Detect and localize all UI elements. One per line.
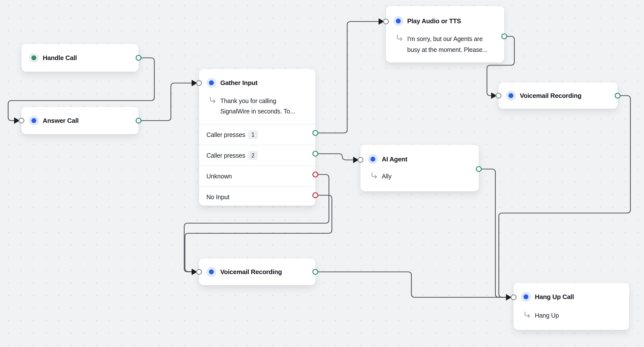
edge-press2-to-ai-agent[interactable] [318, 154, 353, 160]
output-port-ai-agent[interactable] [476, 167, 481, 172]
action-node-dot-icon [524, 294, 528, 299]
prompt-text: I'm sorry, but our Agents arebusy at the… [407, 33, 488, 55]
node-type-halo [368, 154, 378, 164]
node-voicemail-recording-right[interactable]: Voicemail Recording [498, 83, 618, 109]
input-port-gather-input[interactable] [196, 81, 202, 86]
start-node-dot-icon [31, 55, 36, 60]
node-title: Answer Call [43, 117, 79, 125]
output-row-caller-presses-2[interactable]: Caller presses2 [199, 145, 315, 166]
action-node-dot-icon [508, 93, 513, 98]
output-row-caller-presses-1[interactable]: Caller presses1 [199, 125, 315, 145]
node-play-audio-tts[interactable]: Play Audio or TTS I'm sorry, but our Age… [386, 6, 504, 63]
dtmf-badge: 1 [248, 130, 258, 139]
prompt-arrow-icon [396, 34, 403, 42]
node-type-halo [29, 116, 39, 126]
output-port-no-input[interactable] [313, 193, 318, 198]
node-hang-up-call[interactable]: Hang Up Call Hang Up [514, 283, 629, 330]
dtmf-badge: 2 [248, 151, 258, 160]
node-title: Hang Up Call [535, 293, 574, 301]
edge-voicemail-bottom-to-hangup[interactable] [318, 272, 506, 297]
input-port-voicemail-bottom[interactable] [196, 269, 202, 274]
hangup-action-text: Hang Up [535, 310, 559, 320]
action-node-dot-icon [396, 19, 401, 24]
output-port-handle-call[interactable] [136, 55, 141, 60]
prompt-arrow-icon [370, 172, 378, 179]
edge-ai-agent-to-hangup[interactable] [481, 169, 506, 297]
node-title: Play Audio or TTS [407, 17, 461, 25]
output-port-voicemail-right[interactable] [615, 93, 620, 98]
output-port-caller-presses-2[interactable] [313, 151, 318, 156]
output-row-unknown[interactable]: Unknown [199, 166, 315, 186]
node-title: Voicemail Recording [220, 268, 282, 276]
action-node-dot-icon [209, 269, 214, 274]
prompt-text: Thank you for callingSignalWire in secon… [220, 96, 295, 116]
action-node-dot-icon [209, 80, 214, 85]
node-title: Handle Call [43, 54, 77, 62]
node-voicemail-recording-bottom[interactable]: Voicemail Recording [199, 258, 315, 285]
node-type-halo [206, 267, 216, 277]
output-port-play-audio-tts[interactable] [502, 34, 507, 39]
node-gather-input[interactable]: Gather Input Thank you for callingSignal… [199, 69, 315, 206]
output-row-no-input[interactable]: No Input [199, 186, 315, 207]
edge-answer-to-gather[interactable] [141, 83, 192, 121]
node-type-halo [206, 78, 216, 88]
input-port-answer-call[interactable] [19, 118, 24, 123]
node-type-halo [521, 292, 531, 302]
node-type-halo [393, 16, 403, 26]
input-port-play-audio-tts[interactable] [384, 19, 388, 24]
node-type-halo [506, 91, 516, 101]
output-port-unknown[interactable] [313, 172, 318, 177]
action-node-dot-icon [31, 118, 36, 123]
node-handle-call[interactable]: Handle Call [22, 44, 138, 72]
prompt-arrow-icon [209, 97, 216, 104]
prompt-arrow-icon [524, 311, 531, 318]
action-node-dot-icon [370, 157, 375, 162]
agent-name: Ally [382, 171, 392, 181]
input-port-voicemail-right[interactable] [496, 93, 501, 98]
node-ai-agent[interactable]: AI Agent Ally [360, 145, 479, 191]
output-port-caller-presses-1[interactable] [313, 131, 318, 135]
flow-canvas[interactable]: { "app": { "description_colors": { "canv… [0, 0, 644, 347]
node-type-halo [29, 53, 39, 63]
node-title: Voicemail Recording [520, 92, 582, 100]
edge-press1-to-play-audio[interactable] [318, 22, 379, 133]
output-port-answer-call[interactable] [136, 118, 141, 123]
node-answer-call[interactable]: Answer Call [22, 107, 138, 134]
edge-voicemail-right-to-hangup[interactable] [499, 96, 630, 297]
input-port-hang-up-call[interactable] [511, 295, 516, 300]
node-title: Gather Input [220, 79, 258, 87]
node-title: AI Agent [382, 155, 408, 163]
input-port-ai-agent[interactable] [358, 157, 363, 162]
output-port-voicemail-bottom[interactable] [313, 269, 318, 274]
